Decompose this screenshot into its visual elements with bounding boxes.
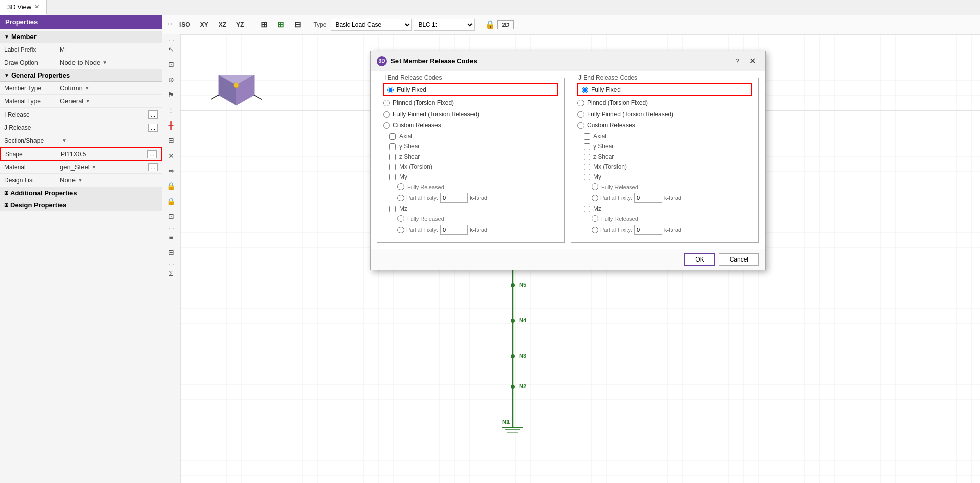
j-fully-pinned-radio[interactable] <box>577 111 584 118</box>
j-mz-checkbox[interactable] <box>584 206 590 212</box>
cross-icon[interactable]: ✕ <box>164 148 178 163</box>
filter-icon[interactable]: ⊡ <box>164 209 178 224</box>
member-section-header[interactable]: ▼ Member <box>0 31 162 43</box>
cursor-icon[interactable]: ↖ <box>164 42 178 56</box>
j-my-partial-radio[interactable] <box>592 195 598 201</box>
j-z-shear-row[interactable]: z Shear <box>579 153 752 160</box>
j-my-fully-released-row[interactable]: Fully Released <box>579 183 752 190</box>
i-my-partial-input[interactable] <box>440 193 468 203</box>
sigma-icon[interactable]: Σ <box>164 266 178 280</box>
link-icon[interactable]: ⇔ <box>164 164 178 178</box>
j-z-shear-checkbox[interactable] <box>584 154 590 160</box>
i-my-fully-released-radio[interactable] <box>397 183 404 190</box>
i-my-checkbox[interactable] <box>389 174 396 180</box>
blc-select[interactable]: BLC 1: <box>414 19 475 31</box>
i-z-shear-checkbox[interactable] <box>389 154 396 160</box>
j-mz-row[interactable]: Mz <box>579 205 752 212</box>
j-my-fully-released-radio[interactable] <box>592 183 598 190</box>
arrow-icon[interactable]: ↕ <box>164 103 178 117</box>
i-mz-partial-radio[interactable] <box>397 227 404 233</box>
j-my-partial-input[interactable] <box>634 193 662 203</box>
rectangle-select-icon[interactable]: ⊡ <box>164 57 178 71</box>
material-type-select[interactable]: General ▼ <box>60 97 158 105</box>
draw-option-select[interactable]: Node to Node ▼ <box>60 59 158 66</box>
j-mz-partial-radio[interactable] <box>592 227 598 233</box>
i-mx-checkbox[interactable] <box>389 164 396 170</box>
j-custom-releases-row[interactable]: Custom Releases <box>577 122 752 129</box>
frame-icon[interactable]: ⊟ <box>164 133 178 147</box>
type-select[interactable]: Basic Load Case <box>331 19 412 31</box>
design-list-select[interactable]: None ▼ <box>60 176 158 184</box>
i-pinned-radio[interactable] <box>383 100 390 106</box>
i-mz-fully-released-row[interactable]: Fully Released <box>385 215 558 222</box>
table-icon[interactable]: ≡ <box>164 230 178 244</box>
i-fully-pinned-radio[interactable] <box>383 111 390 118</box>
i-mz-partial-input[interactable] <box>440 225 468 235</box>
i-mz-row[interactable]: Mz <box>385 205 558 212</box>
member-type-select[interactable]: Column ▼ <box>60 84 158 92</box>
dialog-close-button[interactable]: ✕ <box>746 55 759 67</box>
material-dots-button[interactable]: ... <box>148 163 158 171</box>
i-mz-fully-released-radio[interactable] <box>397 215 404 222</box>
structure-icon-1[interactable]: ⊞ <box>257 19 271 30</box>
j-release-dots-button[interactable]: ... <box>148 124 158 132</box>
i-pinned-row[interactable]: Pinned (Torsion Fixed) <box>383 99 558 106</box>
i-release-dots-button[interactable]: ... <box>148 110 158 119</box>
dialog-help-button[interactable]: ? <box>733 56 742 66</box>
j-fully-pinned-row[interactable]: Fully Pinned (Torsion Released) <box>577 110 752 118</box>
i-fully-pinned-row[interactable]: Fully Pinned (Torsion Released) <box>383 110 558 118</box>
i-custom-radio[interactable] <box>383 122 390 129</box>
filter2-icon[interactable]: ⊟ <box>164 245 178 259</box>
beam-icon[interactable]: ╫ <box>164 118 178 132</box>
i-axial-row[interactable]: Axial <box>385 133 558 140</box>
tab-close-icon[interactable]: ✕ <box>34 4 39 10</box>
j-pinned-radio[interactable] <box>577 100 584 106</box>
i-my-partial-radio[interactable] <box>397 195 404 201</box>
j-mz-partial-input[interactable] <box>634 225 662 235</box>
structure-icon-2[interactable]: ⊞ <box>273 19 288 30</box>
set-member-release-codes-dialog[interactable]: 3D Set Member Release Codes ? ✕ I End Re… <box>370 51 766 270</box>
ok-button[interactable]: OK <box>684 253 714 266</box>
j-fully-fixed-row[interactable]: Fully Fixed <box>577 83 752 96</box>
i-my-row[interactable]: My <box>385 173 558 180</box>
j-y-shear-checkbox[interactable] <box>584 143 590 150</box>
i-axial-checkbox[interactable] <box>389 133 396 140</box>
j-my-checkbox[interactable] <box>584 174 590 180</box>
j-y-shear-row[interactable]: y Shear <box>579 143 752 150</box>
i-z-shear-row[interactable]: z Shear <box>385 153 558 160</box>
flag-icon[interactable]: ⚑ <box>164 88 178 102</box>
shape-dots-button[interactable]: ... <box>147 150 157 158</box>
j-fully-fixed-radio[interactable] <box>582 87 588 93</box>
node-icon[interactable]: ⊕ <box>164 72 178 87</box>
view-yz-button[interactable]: YZ <box>232 20 248 29</box>
j-mz-fully-released-row[interactable]: Fully Released <box>579 215 752 222</box>
j-pinned-row[interactable]: Pinned (Torsion Fixed) <box>577 99 752 106</box>
section-shape-select[interactable]: ▼ <box>60 138 158 143</box>
i-my-fully-released-row[interactable]: Fully Released <box>385 183 558 190</box>
j-my-row[interactable]: My <box>579 173 752 180</box>
structure-icon-3[interactable]: ⊟ <box>290 19 305 30</box>
i-mx-row[interactable]: Mx (Torsion) <box>385 163 558 170</box>
lock2-icon[interactable]: 🔒 <box>164 179 178 193</box>
j-axial-row[interactable]: Axial <box>579 133 752 140</box>
lock-settings-icon[interactable]: 🔒 <box>164 194 178 208</box>
view-xy-button[interactable]: XY <box>196 20 212 29</box>
j-mx-row[interactable]: Mx (Torsion) <box>579 163 752 170</box>
tab-3d-view[interactable]: 3D View ✕ <box>0 0 47 15</box>
j-axial-checkbox[interactable] <box>584 133 590 140</box>
i-y-shear-row[interactable]: y Shear <box>385 143 558 150</box>
general-props-section-header[interactable]: ▼ General Properties <box>0 69 162 82</box>
j-mz-fully-released-radio[interactable] <box>592 215 598 222</box>
additional-props-header[interactable]: ⊞ Additional Properties <box>0 187 162 199</box>
i-mz-checkbox[interactable] <box>389 206 396 212</box>
2d-btn[interactable]: 2D <box>497 20 514 29</box>
i-custom-releases-row[interactable]: Custom Releases <box>383 122 558 129</box>
i-fully-fixed-row[interactable]: Fully Fixed <box>383 83 558 96</box>
cancel-button[interactable]: Cancel <box>719 253 759 266</box>
i-y-shear-checkbox[interactable] <box>389 143 396 150</box>
view-xz-button[interactable]: XZ <box>214 20 230 29</box>
view-iso-button[interactable]: ISO <box>175 20 194 29</box>
j-custom-radio[interactable] <box>577 122 584 129</box>
design-props-header[interactable]: ⊞ Design Properties <box>0 199 162 211</box>
j-mx-checkbox[interactable] <box>584 164 590 170</box>
